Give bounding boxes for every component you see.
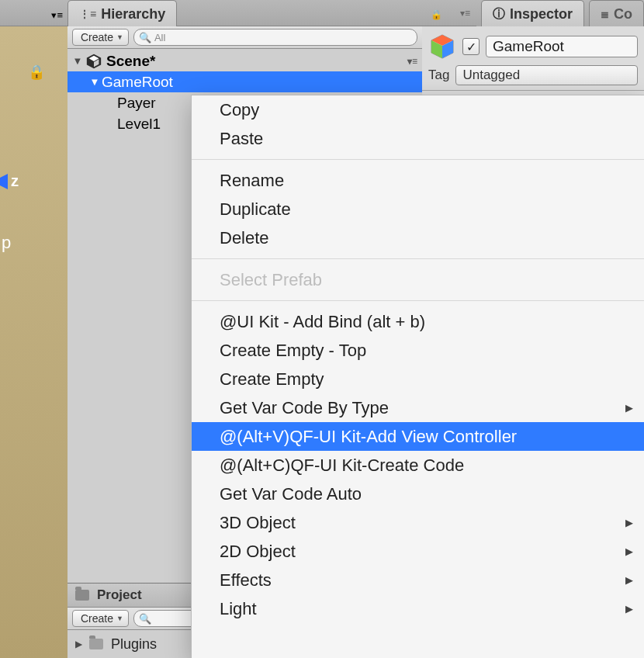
scene-view-edge: 🔒 z p bbox=[0, 26, 68, 658]
tag-value: Untagged bbox=[462, 68, 520, 83]
tag-label: Tag bbox=[428, 68, 449, 83]
unity-logo-icon bbox=[85, 53, 103, 70]
gizmo-z-cone bbox=[0, 174, 8, 189]
gameobject-name-value: GameRoot bbox=[493, 38, 564, 55]
gizmo-z-label: z bbox=[11, 172, 19, 190]
hierarchy-item-label: GameRoot bbox=[102, 74, 173, 91]
menu-separator bbox=[192, 300, 644, 301]
context-menu-item[interactable]: Rename bbox=[192, 166, 644, 195]
context-menu-item[interactable]: Delete bbox=[192, 223, 644, 252]
context-menu-item[interactable]: @(Alt+C)QF-UI Kit-Create Code bbox=[192, 451, 644, 480]
chevron-down-icon: ▼ bbox=[116, 615, 123, 622]
scene-label: Scene* bbox=[106, 53, 155, 70]
tab-console-label: Co bbox=[614, 6, 632, 23]
search-placeholder: All bbox=[154, 32, 165, 43]
hierarchy-toolbar: Create ▼ 🔍 All bbox=[68, 26, 422, 49]
context-menu-item[interactable]: Create Empty bbox=[192, 365, 644, 393]
inspector-tag-row: Tag Untagged bbox=[422, 65, 644, 90]
folder-icon bbox=[75, 590, 89, 601]
hierarchy-item-label: Payer bbox=[117, 95, 156, 112]
context-menu[interactable]: CopyPasteRenameDuplicateDeleteSelect Pre… bbox=[191, 95, 644, 658]
gameobject-icon[interactable] bbox=[428, 33, 456, 61]
search-icon: 🔍 bbox=[139, 613, 151, 625]
info-icon: ⓘ bbox=[493, 6, 505, 23]
project-tab-label: Project bbox=[97, 587, 142, 603]
tag-dropdown[interactable]: Untagged bbox=[455, 65, 638, 85]
gameobject-name-field[interactable]: GameRoot bbox=[486, 36, 638, 57]
project-item-label: Plugins bbox=[111, 636, 157, 653]
context-menu-item[interactable]: Paste bbox=[192, 124, 644, 153]
context-menu-item[interactable]: Get Var Code Auto bbox=[192, 480, 644, 508]
window-tabbar: ▾≡ ⋮≡ Hierarchy 🔒 ▾≡ ⓘ Inspector ≣ Co bbox=[0, 0, 644, 26]
hierarchy-item-gameroot[interactable]: ▼ GameRoot bbox=[68, 71, 422, 92]
context-menu-item: Select Prefab bbox=[192, 265, 644, 294]
context-menu-item[interactable]: Light bbox=[192, 594, 644, 623]
context-menu-item[interactable]: Effects bbox=[192, 566, 644, 594]
project-create-label: Create bbox=[81, 612, 113, 625]
tabbar-filler-1: 🔒 ▾≡ bbox=[177, 0, 476, 26]
search-icon: 🔍 bbox=[139, 32, 151, 43]
row-menu-icon[interactable]: ▾≡ bbox=[407, 56, 417, 67]
gizmo-persp-label: p bbox=[2, 233, 11, 253]
checkmark-icon: ✓ bbox=[466, 40, 476, 54]
context-menu-item[interactable]: Copy bbox=[192, 95, 644, 124]
scene-row[interactable]: ▼ Scene* ▾≡ bbox=[68, 50, 422, 71]
context-menu-item[interactable]: 2D Object bbox=[192, 537, 644, 566]
context-menu-item[interactable]: Duplicate bbox=[192, 195, 644, 223]
tab-inspector[interactable]: ⓘ Inspector bbox=[481, 0, 584, 27]
console-icon: ≣ bbox=[601, 9, 609, 20]
chevron-down-icon: ▼ bbox=[116, 33, 123, 41]
menu-separator bbox=[192, 159, 644, 160]
create-button-label: Create bbox=[81, 31, 113, 43]
folder-icon bbox=[89, 639, 103, 649]
tabbar-left-gap: ▾≡ bbox=[0, 0, 68, 26]
context-menu-item[interactable]: Create Empty - Top bbox=[192, 336, 644, 365]
project-create-button[interactable]: Create ▼ bbox=[72, 610, 129, 627]
lock-icon: 🔒 bbox=[28, 64, 45, 81]
tab-inspector-label: Inspector bbox=[510, 6, 573, 23]
context-menu-item[interactable]: @UI Kit - Add Bind (alt + b) bbox=[192, 307, 644, 336]
hierarchy-icon: ⋮≡ bbox=[79, 8, 96, 20]
panel-menu-icon[interactable]: ▾≡ bbox=[460, 8, 470, 19]
disclosure-arrow-icon[interactable]: ▼ bbox=[89, 76, 100, 88]
menu-separator bbox=[192, 258, 644, 259]
hierarchy-search-input[interactable]: 🔍 All bbox=[133, 29, 417, 46]
tab-hierarchy[interactable]: ⋮≡ Hierarchy bbox=[68, 0, 177, 27]
panel-menu-icon[interactable]: ▾≡ bbox=[51, 9, 63, 21]
disclosure-arrow-icon[interactable]: ▶ bbox=[75, 639, 85, 649]
inspector-header: ✓ GameRoot bbox=[422, 26, 644, 65]
lock-icon[interactable]: 🔒 bbox=[431, 9, 442, 20]
create-button[interactable]: Create ▼ bbox=[72, 29, 129, 46]
context-menu-item[interactable]: @(Alt+V)QF-UI Kit-Add View Controller bbox=[192, 422, 644, 451]
context-menu-item[interactable]: 3D Object bbox=[192, 508, 644, 537]
gizmo-z-axis[interactable]: z bbox=[0, 172, 19, 190]
active-checkbox[interactable]: ✓ bbox=[462, 38, 480, 55]
disclosure-arrow-icon[interactable]: ▼ bbox=[72, 55, 83, 67]
tab-console[interactable]: ≣ Co bbox=[589, 0, 644, 27]
context-menu-item[interactable]: Get Var Code By Type bbox=[192, 393, 644, 422]
hierarchy-item-label: Level1 bbox=[117, 116, 161, 133]
tab-hierarchy-label: Hierarchy bbox=[101, 6, 165, 23]
